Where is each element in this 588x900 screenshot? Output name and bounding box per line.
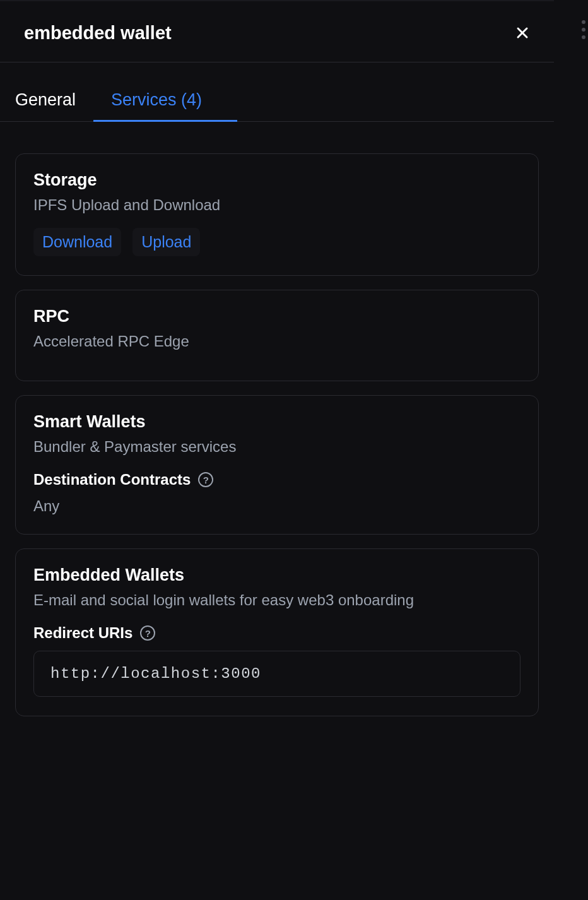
modal-header: embedded wallet	[0, 1, 554, 62]
card-rpc-title: RPC	[33, 307, 520, 326]
card-embedded-wallets-subtitle: E-mail and social login wallets for easy…	[33, 591, 520, 609]
tabs: General Services (4)	[0, 80, 554, 122]
redirect-uris-label: Redirect URIs ?	[33, 624, 520, 642]
redirect-uri-value: http://localhost:3000	[33, 651, 520, 697]
tab-general[interactable]: General	[15, 80, 93, 121]
dot-icon	[582, 28, 585, 32]
destination-contracts-label-text: Destination Contracts	[33, 471, 191, 488]
help-icon[interactable]: ?	[140, 625, 155, 641]
card-storage-subtitle: IPFS Upload and Download	[33, 196, 520, 214]
card-smart-wallets-title: Smart Wallets	[33, 412, 520, 432]
card-storage-title: Storage	[33, 170, 520, 190]
chip-row: Download Upload	[33, 228, 520, 256]
help-icon[interactable]: ?	[198, 472, 213, 487]
card-rpc: RPC Accelerated RPC Edge	[15, 290, 539, 381]
destination-contracts-value: Any	[33, 497, 520, 515]
tab-services[interactable]: Services (4)	[111, 80, 220, 121]
card-smart-wallets-subtitle: Bundler & Paymaster services	[33, 438, 520, 456]
modal: embedded wallet General Services (4) Sto…	[0, 0, 554, 900]
destination-contracts-label: Destination Contracts ?	[33, 471, 520, 488]
card-rpc-subtitle: Accelerated RPC Edge	[33, 333, 520, 350]
close-button[interactable]	[510, 20, 535, 45]
card-embedded-wallets-title: Embedded Wallets	[33, 565, 520, 585]
card-smart-wallets: Smart Wallets Bundler & Paymaster servic…	[15, 395, 539, 535]
modal-title: embedded wallet	[24, 23, 172, 44]
content: Storage IPFS Upload and Download Downloa…	[0, 122, 554, 745]
chip-download[interactable]: Download	[33, 228, 121, 256]
close-icon	[514, 24, 531, 42]
dot-icon	[582, 20, 585, 24]
card-embedded-wallets: Embedded Wallets E-mail and social login…	[15, 548, 539, 716]
chip-upload[interactable]: Upload	[132, 228, 200, 256]
more-options-button[interactable]	[582, 20, 585, 39]
dot-icon	[582, 35, 585, 39]
redirect-uris-label-text: Redirect URIs	[33, 624, 132, 642]
card-storage: Storage IPFS Upload and Download Downloa…	[15, 153, 539, 276]
